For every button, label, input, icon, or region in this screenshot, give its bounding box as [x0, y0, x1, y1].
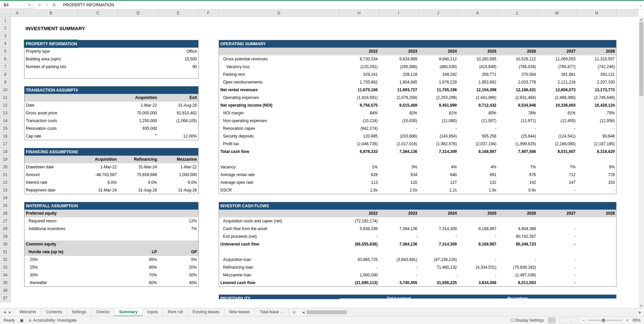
cell[interactable]: 10,428,124 — [577, 102, 616, 109]
cell[interactable]: (1,918,591) — [339, 94, 379, 102]
cell[interactable] — [537, 17, 577, 24]
col-header-L[interactable]: L — [498, 9, 537, 17]
cell[interactable]: 1,000,000 — [339, 271, 379, 279]
sheet-tab-rent-roll[interactable]: Rent roll — [163, 308, 188, 316]
cell[interactable] — [11, 148, 24, 156]
cell[interactable] — [158, 140, 199, 148]
trans-assump-header[interactable]: TRANSACTION ASSUMPTIONS — [24, 86, 78, 94]
cell[interactable]: 2,033,778 — [498, 78, 537, 86]
cell[interactable]: 85,346,723 — [498, 240, 537, 248]
cell[interactable] — [11, 202, 24, 210]
row-header-10[interactable]: 10 — [0, 86, 11, 94]
pref-label[interactable]: Required return — [24, 217, 78, 225]
col-header-H[interactable]: H — [339, 9, 379, 17]
cell[interactable]: 2.0x — [379, 186, 419, 194]
cell[interactable]: 95% — [118, 256, 158, 264]
cell[interactable]: 5,636,336 — [339, 225, 379, 233]
cell[interactable] — [199, 78, 219, 86]
col-header-K[interactable]: K — [458, 9, 498, 17]
cell[interactable] — [118, 225, 158, 233]
row-header-35[interactable]: 35 — [0, 279, 11, 287]
cell[interactable]: (11,507) — [458, 117, 498, 125]
cell[interactable]: 8,011,503 — [498, 279, 537, 287]
cell[interactable] — [78, 86, 118, 94]
enter-icon[interactable]: ✓ — [45, 3, 49, 7]
cell[interactable]: 9,756,575 — [339, 102, 379, 109]
cell[interactable]: 9,534,946 — [498, 102, 537, 109]
row-header-36[interactable]: 36 — [0, 287, 11, 294]
row-header-11[interactable]: 11 — [0, 94, 11, 102]
cell[interactable] — [78, 24, 118, 32]
cell[interactable] — [11, 271, 24, 279]
cell[interactable] — [498, 17, 537, 24]
col-header-B[interactable]: B — [24, 9, 78, 17]
cell[interactable] — [11, 179, 24, 186]
cell[interactable]: (47,138,216) — [419, 256, 458, 264]
cell[interactable]: 11,705,198 — [419, 86, 458, 94]
cell[interactable] — [199, 109, 219, 117]
cell[interactable] — [24, 71, 78, 78]
cell[interactable] — [498, 24, 537, 32]
zoom-slider-thumb[interactable] — [602, 319, 605, 322]
cell[interactable]: 10,528,122 — [498, 55, 537, 63]
cell[interactable] — [118, 48, 158, 55]
cell[interactable] — [379, 287, 419, 294]
cell[interactable]: 2027 — [537, 48, 577, 55]
cell[interactable]: - — [537, 225, 577, 233]
cell[interactable] — [339, 24, 379, 32]
cell[interactable] — [577, 287, 616, 294]
cell[interactable]: (285,066) — [379, 63, 419, 71]
cell[interactable] — [158, 287, 199, 294]
sheet-tab-settings[interactable]: Settings — [67, 308, 91, 316]
cell[interactable] — [118, 202, 158, 210]
hurdle-header[interactable]: Hurdle rate (up to) — [24, 248, 78, 256]
cell[interactable] — [339, 17, 379, 24]
cell[interactable]: (2,168,090) — [537, 140, 577, 148]
common-equity-header[interactable]: Common equity — [24, 240, 78, 248]
cell[interactable]: By partner — [498, 294, 537, 299]
cell[interactable] — [158, 148, 199, 156]
cell[interactable] — [199, 194, 219, 202]
row-header-14[interactable]: 14 — [0, 117, 11, 125]
cell[interactable]: 113 — [339, 179, 379, 186]
cells-area[interactable]: INVESTMENT SUMMARYPROPERTY INFORMATIONOP… — [11, 17, 639, 299]
cell[interactable] — [339, 156, 379, 163]
cell[interactable]: - — [458, 256, 498, 264]
cell[interactable] — [458, 24, 498, 32]
cell[interactable]: 712 — [537, 171, 577, 179]
cell[interactable]: 2023 — [379, 210, 419, 217]
cell[interactable]: 147 — [537, 179, 577, 186]
cell[interactable] — [11, 63, 24, 71]
op-label[interactable]: Net rental revenues — [219, 86, 339, 94]
op-label[interactable]: Gross potential revenues — [219, 55, 339, 63]
cell[interactable]: - — [537, 256, 577, 264]
cell[interactable] — [199, 140, 219, 148]
formula-bar-expand-icon[interactable]: ⌄ — [637, 3, 644, 7]
cell[interactable]: ᷉᷉ — [118, 132, 158, 140]
row-header-15[interactable]: 15 — [0, 125, 11, 132]
page-layout-view-icon[interactable] — [559, 317, 567, 323]
add-sheet-icon[interactable]: ⊕ — [289, 309, 299, 316]
cell[interactable] — [199, 163, 219, 171]
op-label[interactable]: Total cash flow — [219, 148, 339, 156]
cell[interactable] — [11, 233, 24, 240]
cell[interactable]: - — [379, 271, 419, 279]
cell[interactable] — [118, 17, 158, 24]
cell[interactable]: 1,804,685 — [379, 78, 419, 86]
cell[interactable]: (2,078,258) — [379, 94, 419, 102]
cell[interactable]: - — [419, 233, 458, 240]
cell[interactable]: - — [577, 125, 616, 132]
cell[interactable]: 20% — [158, 264, 199, 271]
cell[interactable]: 43,865,725 — [339, 256, 379, 264]
row-header-17[interactable]: 17 — [0, 140, 11, 148]
cell[interactable] — [379, 40, 419, 48]
cell[interactable] — [11, 287, 24, 294]
trans-label[interactable]: Transaction costs — [24, 117, 78, 125]
cell[interactable] — [498, 217, 537, 225]
cell[interactable] — [158, 125, 199, 132]
cell[interactable] — [419, 156, 458, 163]
cell[interactable] — [118, 71, 158, 78]
cell[interactable]: Cash flow from the asset — [219, 225, 339, 233]
cell[interactable]: 1% — [339, 163, 379, 171]
cell[interactable] — [158, 86, 199, 94]
